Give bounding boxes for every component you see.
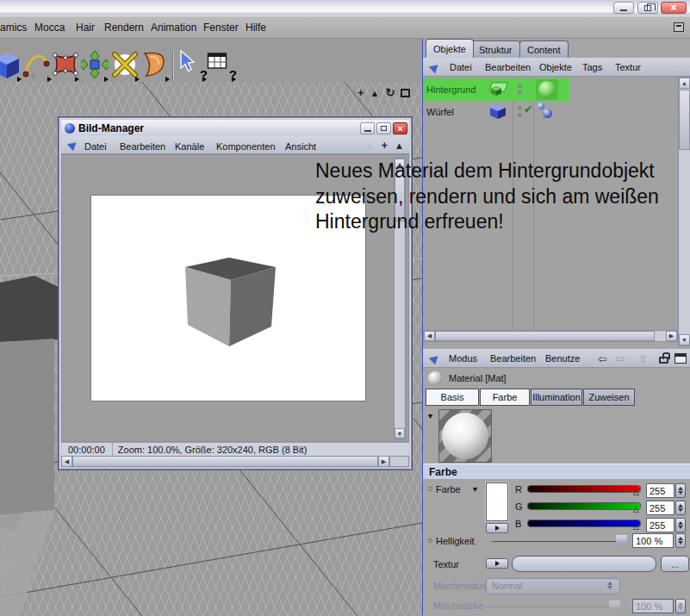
help-cursor-button[interactable]: ? bbox=[177, 49, 207, 84]
brightness-value-field[interactable]: 100 % bbox=[632, 533, 674, 548]
am-tab-farbe[interactable]: Farbe bbox=[480, 389, 530, 406]
material-preview[interactable] bbox=[438, 409, 492, 463]
visibility-dots-icon[interactable] bbox=[518, 84, 522, 95]
slider-marker-icon[interactable]: △ bbox=[633, 488, 639, 496]
scroll-left-icon[interactable]: ◀ bbox=[424, 331, 435, 341]
viewport-move-icon[interactable]: + bbox=[357, 87, 364, 99]
particle-tool-button[interactable] bbox=[110, 49, 140, 84]
am-tab-zuweisen[interactable]: Zuweisen bbox=[583, 389, 635, 406]
scroll-right-icon[interactable]: ▶ bbox=[378, 456, 389, 467]
cube-object-icon[interactable] bbox=[488, 103, 507, 121]
window-close-button[interactable]: × bbox=[661, 2, 687, 14]
pin-icon[interactable] bbox=[66, 140, 78, 150]
history-back-icon[interactable]: ⇦ bbox=[598, 352, 607, 365]
scroll-left-icon[interactable]: ◀ bbox=[61, 456, 72, 467]
am-menu-bearbeiten[interactable]: Bearbeiten bbox=[490, 353, 536, 364]
red-slider[interactable] bbox=[528, 486, 640, 492]
om-menu-datei[interactable]: Datei bbox=[450, 62, 472, 72]
spline-tool-button[interactable] bbox=[22, 49, 52, 84]
am-menu-modus[interactable]: Modus bbox=[449, 353, 477, 364]
brightness-slider[interactable] bbox=[492, 541, 624, 542]
green-spinner[interactable] bbox=[675, 501, 686, 515]
blue-value-field[interactable]: 255 bbox=[646, 518, 674, 532]
scroll-up-icon[interactable]: ▲ bbox=[679, 78, 690, 89]
object-name[interactable]: Würfel bbox=[426, 107, 454, 117]
cube-tool-button[interactable] bbox=[0, 49, 22, 84]
texture-field[interactable] bbox=[512, 556, 656, 572]
texture-row: Textur ... bbox=[423, 554, 690, 576]
tab-objekte[interactable]: Objekte bbox=[426, 39, 474, 58]
array-tool-button[interactable] bbox=[81, 49, 109, 84]
menu-hair[interactable]: Hair bbox=[76, 22, 95, 34]
bm-menu-ansicht[interactable]: Ansicht bbox=[285, 141, 316, 152]
am-tab-illumination[interactable]: Illumination bbox=[531, 389, 582, 406]
viewport-maximize-icon[interactable] bbox=[401, 89, 410, 97]
am-menu-benutze[interactable]: Benutze bbox=[545, 353, 580, 364]
object-name[interactable]: Hintergrund bbox=[426, 84, 476, 95]
om-menu-textur[interactable]: Textur bbox=[615, 62, 641, 72]
pan-icon[interactable]: + bbox=[382, 139, 389, 152]
menu-fenster[interactable]: Fenster bbox=[203, 22, 239, 34]
scroll-right-icon[interactable]: ▶ bbox=[666, 331, 677, 341]
texture-expand-button[interactable] bbox=[486, 558, 508, 569]
om-menu-objekte[interactable]: Objekte bbox=[539, 62, 572, 72]
viewport-scale-icon[interactable]: ▲ bbox=[370, 87, 380, 99]
red-value-field[interactable]: 255 bbox=[646, 483, 674, 498]
lock-icon[interactable] bbox=[659, 357, 668, 364]
red-spinner[interactable] bbox=[675, 483, 686, 498]
scrollbar-thumb[interactable] bbox=[435, 331, 655, 341]
menu-animation[interactable]: Animation bbox=[151, 22, 196, 34]
om-horizontal-scrollbar[interactable]: ◀ ▶ bbox=[423, 330, 678, 342]
brightness-spinner[interactable] bbox=[675, 533, 686, 548]
green-slider[interactable] bbox=[528, 503, 640, 509]
pin-icon[interactable] bbox=[428, 353, 439, 364]
collapse-triangle-icon[interactable]: ▾ bbox=[428, 411, 432, 420]
bild-manager-close-button[interactable]: × bbox=[393, 122, 407, 134]
bild-manager-maximize-button[interactable] bbox=[376, 122, 391, 134]
enabled-check-icon[interactable]: ✔ bbox=[524, 103, 532, 115]
bm-menu-bearbeiten[interactable]: Bearbeiten bbox=[120, 141, 165, 152]
brightness-knob[interactable] bbox=[616, 535, 627, 546]
bm-menu-komponenten[interactable]: Komponenten bbox=[216, 141, 276, 152]
bild-manager-titlebar[interactable]: Bild-Manager × bbox=[61, 120, 409, 136]
om-menu-tags[interactable]: Tags bbox=[582, 62, 602, 72]
resize-corner[interactable] bbox=[389, 456, 409, 467]
mdi-restore-icon[interactable] bbox=[674, 22, 684, 32]
menu-dynamics[interactable]: amics bbox=[0, 22, 27, 34]
tab-struktur[interactable]: Struktur bbox=[471, 40, 520, 58]
am-tab-basis[interactable]: Basis bbox=[426, 389, 479, 406]
menu-hilfe[interactable]: Hilfe bbox=[246, 22, 266, 34]
bild-manager-minimize-button[interactable] bbox=[360, 122, 375, 134]
layout-panel-icon[interactable] bbox=[674, 353, 687, 364]
bm-menu-datei[interactable]: Datei bbox=[84, 141, 107, 152]
om-menu-bearbeiten[interactable]: Bearbeiten bbox=[485, 62, 531, 72]
bm-horizontal-scrollbar[interactable]: ◀ ▶ bbox=[61, 456, 409, 469]
scroll-down-icon[interactable]: ▼ bbox=[395, 428, 405, 439]
help-table-button[interactable]: ? bbox=[207, 49, 236, 84]
zoom-triangle-icon[interactable]: ▲ bbox=[395, 140, 404, 151]
mix-mode-dropdown[interactable]: Normal bbox=[486, 578, 620, 594]
tab-content[interactable]: Content bbox=[519, 40, 569, 58]
bm-menu-kanaele[interactable]: Kanäle bbox=[175, 141, 204, 152]
visibility-dots-icon[interactable] bbox=[518, 106, 522, 117]
window-minimize-button[interactable] bbox=[613, 2, 634, 14]
green-value-field[interactable]: 255 bbox=[646, 501, 674, 515]
slider-marker-icon[interactable]: △ bbox=[633, 506, 639, 513]
material-tag-cell[interactable] bbox=[536, 79, 558, 100]
menu-rendern[interactable]: Rendern bbox=[104, 22, 144, 34]
pin-icon[interactable] bbox=[428, 62, 439, 72]
slider-marker-icon[interactable]: △ bbox=[633, 523, 639, 531]
farbe-section-header[interactable]: Farbe bbox=[423, 464, 690, 480]
texture-browse-button[interactable]: ... bbox=[661, 556, 689, 572]
window-restore-button[interactable] bbox=[637, 2, 658, 14]
scroll-down-icon[interactable]: ▼ bbox=[679, 334, 690, 345]
background-object-icon[interactable] bbox=[487, 80, 509, 99]
viewport-rotate-icon[interactable]: ↻ bbox=[385, 87, 395, 99]
menu-mocca[interactable]: Mocca bbox=[34, 22, 65, 34]
scrollbar-thumb[interactable] bbox=[679, 90, 690, 150]
ffd-tool-button[interactable] bbox=[50, 49, 79, 84]
scene-tool-button[interactable] bbox=[140, 49, 170, 84]
scrollbar-thumb[interactable] bbox=[72, 456, 378, 467]
blue-slider[interactable] bbox=[528, 520, 640, 526]
blue-spinner[interactable] bbox=[675, 518, 686, 532]
